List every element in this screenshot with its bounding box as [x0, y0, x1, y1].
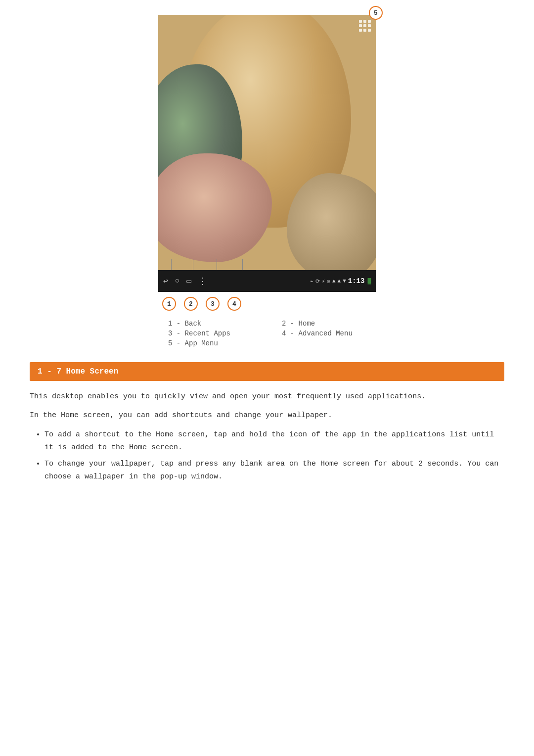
status-battery-icon: ▓	[367, 278, 371, 284]
tick-line-1	[171, 259, 172, 270]
grid-dot	[368, 29, 371, 32]
callout-group-1: 1	[162, 296, 176, 311]
stone-pink	[158, 153, 272, 262]
callout-group-3: 3	[206, 296, 220, 311]
bullet-list: To add a shortcut to the Home screen, ta…	[44, 428, 504, 483]
callout-group-4: 4	[227, 296, 241, 311]
status-sync-icon: ⟳	[315, 278, 320, 284]
status-bar: ↩ ○ ▭ ⋮ ⌁ ⟳ ⚡ ⊘ ▲ ▲ ▼ 1:13 ▓	[158, 270, 376, 292]
phone-screen: ↩ ○ ▭ ⋮ ⌁ ⟳ ⚡ ⊘ ▲ ▲ ▼ 1:13 ▓	[158, 15, 376, 292]
status-alert2-icon: ▲	[338, 278, 341, 284]
phone-and-callouts: 5	[158, 15, 376, 311]
grid-dot	[368, 24, 371, 27]
status-right: ⌁ ⟳ ⚡ ⊘ ▲ ▲ ▼ 1:13 ▓	[310, 277, 371, 285]
legend-grid: 1 - Back 2 - Home 3 - Recent Apps 4 - Ad…	[168, 320, 376, 347]
page-wrapper: 5	[0, 0, 534, 756]
tick-line-3	[217, 259, 217, 270]
grid-dot	[363, 20, 366, 23]
callout-group-2: 2	[184, 296, 198, 311]
grid-dot	[359, 24, 362, 27]
body-paragraph-2: In the Home screen, you can add shortcut…	[30, 410, 504, 422]
status-mute-icon: ⊘	[327, 278, 330, 284]
section-header: 1 - 7 Home Screen	[30, 362, 504, 381]
grid-dot	[359, 29, 362, 32]
callout-5-badge: 5	[369, 6, 383, 20]
bullet-item-2: To change your wallpaper, tap and press …	[44, 458, 504, 483]
body-paragraph-1: This desktop enables you to quickly view…	[30, 391, 504, 403]
callout-circle-1: 1	[162, 297, 176, 311]
legend-item-2: 2 - Home	[282, 320, 376, 328]
wallpaper-bg	[158, 15, 376, 292]
phone-section: 5	[30, 15, 504, 347]
home-icon[interactable]: ○	[175, 277, 180, 285]
tick-line-4	[242, 259, 243, 270]
tick-line-2	[193, 259, 193, 270]
legend-item-1: 1 - Back	[168, 320, 262, 328]
callout-tick-lines	[158, 256, 376, 270]
callout-circles-row: 1 2 3 4	[158, 296, 376, 311]
recent-apps-icon[interactable]: ▭	[186, 276, 191, 286]
legend-item-5: 5 - App Menu	[168, 339, 262, 347]
legend-item-4: 4 - Advanced Menu	[282, 330, 376, 337]
grid-dot	[359, 20, 362, 23]
bullet-item-1: To add a shortcut to the Home screen, ta…	[44, 428, 504, 454]
app-menu-icon[interactable]	[359, 20, 371, 32]
callout-circle-2: 2	[184, 297, 198, 311]
grid-dot	[363, 24, 366, 27]
callout-circle-3: 3	[206, 297, 220, 311]
callout-circle-4: 4	[227, 297, 241, 311]
status-alert-icon: ▲	[332, 278, 336, 284]
status-usb-icon: ⌁	[310, 278, 313, 284]
grid-dot	[363, 29, 366, 32]
status-time: 1:13	[348, 277, 365, 285]
back-icon[interactable]: ↩	[163, 276, 168, 286]
status-wifi-icon: ▼	[343, 278, 346, 284]
legend-section: 1 - Back 2 - Home 3 - Recent Apps 4 - Ad…	[158, 320, 376, 347]
nav-icons: ↩ ○ ▭ ⋮	[163, 276, 310, 286]
advanced-menu-icon[interactable]: ⋮	[198, 276, 207, 286]
grid-dot	[368, 20, 371, 23]
legend-item-3: 3 - Recent Apps	[168, 330, 262, 337]
status-charge-icon: ⚡	[322, 278, 325, 284]
